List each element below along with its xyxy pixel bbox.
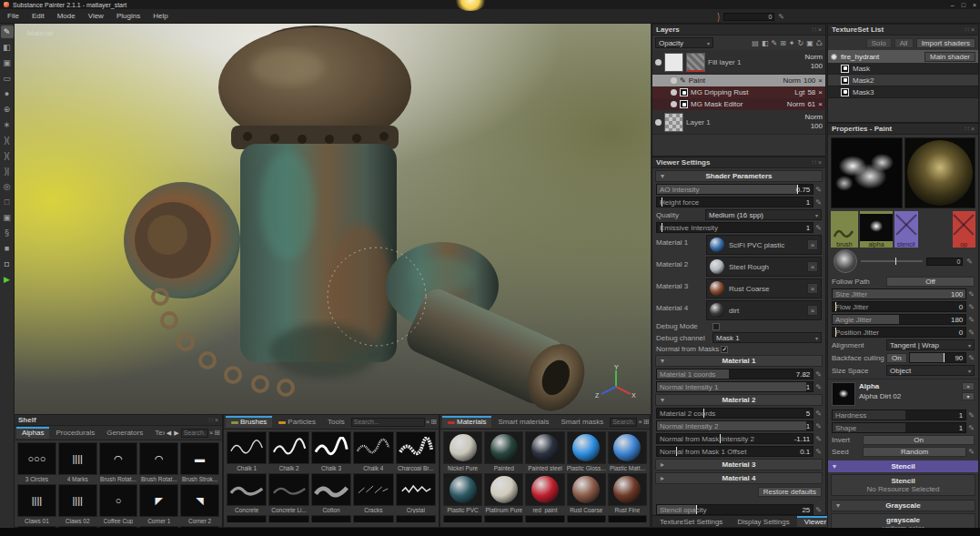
backface-culling-slider[interactable]: 90 [909, 352, 967, 363]
material-item[interactable]: Plastic PVC [443, 473, 482, 513]
3d-viewport[interactable]: Material Y X Z [15, 24, 651, 414]
visibility-eye-icon[interactable] [671, 101, 677, 107]
material-item[interactable]: Plastic Gloss... [567, 431, 606, 471]
scroll-right-icon[interactable]: ▶ [173, 430, 179, 437]
clear-material-icon[interactable]: × [807, 261, 818, 272]
shader-parameters-header[interactable]: ▾Shader Parameters [655, 170, 823, 182]
alpha-item[interactable]: ◠Brush Rotat... [139, 442, 178, 482]
layer-row-fill-layer-1[interactable]: Fill layer 1 Norm 100 [652, 50, 825, 75]
brush-tip-preview[interactable] [834, 249, 857, 273]
delete-layer-icon[interactable]: ♺ [816, 39, 823, 47]
brush-item[interactable]: Chalk 3 [311, 431, 351, 471]
brush-item[interactable]: Chalk 1 [227, 431, 267, 471]
alpha-item[interactable]: ◤Corner 1 [139, 484, 178, 524]
symmetry-x-icon[interactable]: )( [1, 134, 14, 147]
edit-value-icon[interactable]: ✎ [815, 198, 822, 207]
material-item[interactable]: red_paint [525, 473, 564, 513]
alpha-resource-thumbnail[interactable] [832, 382, 855, 406]
alpha-preview-thumbnail[interactable] [831, 137, 903, 208]
tab-display-settings[interactable]: Display Settings [730, 516, 796, 527]
remove-effect-icon[interactable]: × [818, 100, 823, 108]
edit-value-icon[interactable]: ✎ [815, 435, 822, 443]
tab-textureset-settings[interactable]: TextureSet Settings [652, 516, 730, 527]
effect-row-paint[interactable]: ✎ Paint Norm 100 × [652, 75, 825, 86]
edit-value-icon[interactable]: ✎ [815, 186, 822, 194]
emissive-intensity-slider[interactable]: Emissive Intensity1 [656, 222, 813, 233]
brush-item[interactable]: Cracks [353, 473, 393, 513]
paint-tool[interactable]: ✎ [1, 25, 14, 38]
screenshot-icon[interactable]: ◘ [1, 258, 14, 270]
edit-value-icon[interactable]: ✎ [968, 354, 975, 362]
material-1-coords-slider[interactable]: Material 1 coords7.82 [656, 369, 813, 379]
brush-slot[interactable]: brush [831, 211, 858, 248]
effect-row-dripping-rust[interactable]: MG Dripping Rust Lgt 58 × [652, 86, 825, 98]
brush-item[interactable]: Concrete [227, 473, 267, 513]
normal-intensity-1-slider[interactable]: Normal Intensity 11 [656, 381, 813, 392]
edit-value-icon[interactable]: ✎ [966, 258, 973, 266]
symmetry-z-icon[interactable]: )| [1, 165, 14, 177]
material-3-section-header[interactable]: ▸Material 3 [655, 459, 823, 470]
add-paint-effect-icon[interactable]: ✎ [771, 39, 777, 47]
material-1-section-header[interactable]: ▾Material 1 [655, 355, 823, 367]
add-fill-layer-icon[interactable]: ◧ [762, 39, 769, 47]
clear-search-icon[interactable]: × [638, 418, 642, 426]
debug-mode-checkbox[interactable] [712, 323, 720, 330]
minimize-button[interactable]: – [951, 2, 955, 8]
backface-culling-toggle[interactable]: On [886, 353, 907, 363]
grid-view-icon[interactable]: ⊞ [214, 429, 220, 437]
menu-view[interactable]: View [88, 12, 104, 20]
normal-from-mask-1-offset-slider[interactable]: Normal from Mask 1 Offset0.1 [656, 446, 813, 457]
edit-value-icon[interactable]: ✎ [968, 411, 975, 420]
polygon-fill-tool[interactable]: ▭ [1, 72, 14, 85]
stencil-resource-box[interactable]: Stencil No Resource Selected [831, 474, 975, 496]
smudge-tool[interactable]: ● [1, 87, 14, 100]
menu-plugins[interactable]: Plugins [116, 12, 140, 20]
brushes-search-input[interactable] [351, 418, 425, 427]
grid-view-icon[interactable]: ⊞ [430, 418, 437, 426]
hardness-slider[interactable]: Hardness1 [832, 410, 966, 420]
edit-value-icon[interactable]: ✎ [968, 303, 975, 311]
layer-opacity[interactable]: 100 [811, 62, 823, 71]
debug-channel-dropdown[interactable]: Mask 1▾ [712, 332, 822, 343]
tab-generators[interactable]: Generators [101, 427, 148, 439]
menu-mode[interactable]: Mode [57, 12, 76, 20]
all-button[interactable]: All [894, 38, 914, 48]
blend-mode-dropdown[interactable]: Opacity▾ [655, 37, 713, 48]
edit-value-icon[interactable]: ✎ [968, 448, 975, 456]
material-4-section-header[interactable]: ▸Material 4 [655, 472, 823, 484]
symmetry-y-icon[interactable]: )( [1, 149, 14, 162]
grayscale-section-header[interactable]: ▾Grayscale [831, 500, 975, 511]
perspective-icon[interactable]: □ [1, 196, 14, 208]
flow-jitter-slider[interactable]: Flow Jitter0 [832, 301, 966, 312]
radio-icon[interactable] [831, 54, 837, 60]
camera-view-icon[interactable]: ◎ [1, 180, 14, 193]
edit-value-icon[interactable]: ✎ [815, 422, 822, 430]
mask-row[interactable]: Mask2 [828, 75, 978, 86]
import-shaders-button[interactable]: Import shaders [916, 38, 975, 48]
brush-item[interactable]: Concrete Li... [268, 473, 308, 513]
material-item[interactable]: Painted steel [525, 431, 564, 471]
clear-search-icon[interactable]: × [426, 418, 430, 426]
bake-icon[interactable]: ■ [1, 242, 14, 255]
brush-item[interactable]: Crystal [396, 473, 436, 513]
mask-row[interactable]: Mask3 [828, 86, 978, 98]
layer-blend[interactable]: Norm [804, 53, 823, 62]
materials-search-input[interactable] [610, 418, 637, 427]
clone-tool[interactable]: ⊕ [1, 103, 14, 116]
add-folder-icon[interactable]: ▣ [806, 39, 813, 47]
clear-material-icon[interactable]: × [807, 239, 818, 250]
tab-textures[interactable]: Texture [149, 427, 165, 439]
material-1-slot[interactable]: SciFi PVC plastic× [706, 235, 822, 255]
position-jitter-slider[interactable]: Position Jitter0 [832, 327, 966, 338]
material-2-coords-slider[interactable]: Material 2 coords5 [656, 408, 813, 419]
size-jitter-slider[interactable]: Size Jitter100 [832, 288, 966, 299]
edit-value-icon[interactable]: ✎ [968, 424, 975, 432]
panel-options-icon[interactable]: ∷ × [965, 26, 975, 34]
close-button[interactable]: × [973, 2, 976, 8]
remove-effect-icon[interactable]: × [818, 88, 823, 96]
panel-options-icon[interactable]: ∷ × [813, 159, 823, 167]
brush-size-field[interactable]: 0 [926, 258, 963, 266]
layer-mask-thumbnail[interactable] [686, 53, 705, 72]
scroll-left-icon[interactable]: ◀ [166, 430, 172, 437]
pressure-curve-icon[interactable]: ) [718, 12, 720, 22]
